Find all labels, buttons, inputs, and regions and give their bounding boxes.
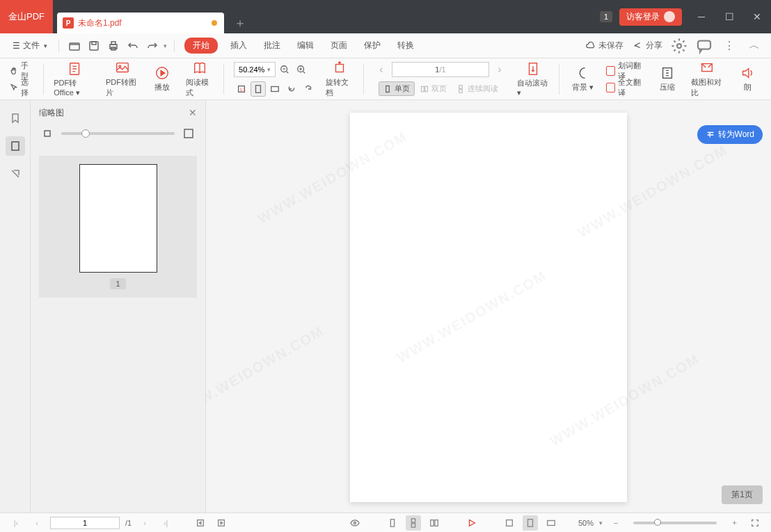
- slideshow-icon[interactable]: [464, 515, 479, 531]
- next-page-icon[interactable]: ›: [492, 62, 507, 77]
- word-translate-icon: [606, 66, 614, 76]
- convert-to-word-button[interactable]: 转为Word: [697, 125, 763, 144]
- play-button[interactable]: 播放: [148, 65, 176, 92]
- bookmark-rail-icon[interactable]: [6, 108, 25, 128]
- undo-icon[interactable]: [125, 38, 141, 54]
- login-button[interactable]: 访客登录: [619, 8, 682, 26]
- zoom-select[interactable]: 50.24%: [234, 62, 276, 77]
- rotate-left-icon[interactable]: [284, 81, 299, 97]
- feedback-icon[interactable]: [696, 38, 713, 54]
- auto-scroll-button[interactable]: 自动滚动 ▾: [517, 61, 549, 97]
- tab-page[interactable]: 页面: [324, 37, 354, 54]
- minimize-button[interactable]: ─: [687, 0, 715, 33]
- fit-actual-status-icon[interactable]: [502, 515, 517, 531]
- continuous-button[interactable]: 连续阅读: [452, 81, 502, 96]
- hand-icon: [10, 66, 18, 76]
- pdf-to-image-button[interactable]: PDF转图片: [106, 61, 138, 98]
- page-input[interactable]: 1/1: [392, 62, 489, 77]
- svg-rect-2: [92, 42, 96, 45]
- select-tool[interactable]: 选择: [10, 80, 33, 95]
- jump-forward-icon[interactable]: [214, 515, 229, 531]
- background-button[interactable]: 背景 ▾: [569, 65, 596, 92]
- tab-active[interactable]: 未命名1.pdf: [57, 13, 224, 33]
- screenshot-compare-button[interactable]: 截图和对比: [691, 61, 724, 98]
- last-page-icon[interactable]: ›|: [158, 515, 173, 531]
- maximize-button[interactable]: ☐: [715, 0, 743, 33]
- hand-tool[interactable]: 手型: [10, 63, 33, 79]
- pdf-page[interactable]: [350, 113, 627, 502]
- canvas-area[interactable]: WWW.WEIDOWN.COM WWW.WEIDOWN.COM WWW.WEID…: [206, 100, 771, 513]
- fit-width-icon[interactable]: [267, 81, 283, 97]
- read-mode-button[interactable]: 阅读模式: [186, 61, 214, 98]
- fit-width-status-icon[interactable]: [543, 515, 559, 531]
- double-page-button[interactable]: 双页: [416, 81, 451, 96]
- word-translate-button[interactable]: 划词翻译: [606, 63, 643, 79]
- thumb-large-icon[interactable]: [180, 125, 197, 142]
- status-page-input[interactable]: [50, 517, 120, 529]
- eye-protection-icon[interactable]: [347, 515, 363, 531]
- fit-page-status-icon[interactable]: [523, 515, 538, 531]
- view-double-icon[interactable]: [427, 515, 442, 531]
- print-icon[interactable]: [105, 38, 122, 54]
- thumb-small-icon[interactable]: [39, 125, 56, 142]
- tab-insert[interactable]: 插入: [223, 37, 254, 54]
- view-continuous-icon[interactable]: [406, 515, 421, 531]
- speaker-icon: [740, 65, 755, 81]
- thumbnail-rail-icon[interactable]: [6, 136, 25, 156]
- cursor-icon: [10, 83, 18, 92]
- save-status[interactable]: 未保存: [586, 40, 623, 51]
- prev-page-icon[interactable]: ‹: [374, 62, 389, 77]
- zoom-in-icon[interactable]: [294, 62, 309, 77]
- save-icon[interactable]: [86, 38, 102, 54]
- tab-annotate[interactable]: 批注: [257, 37, 287, 54]
- file-menu[interactable]: 文件: [8, 37, 51, 54]
- notification-badge[interactable]: 1: [600, 11, 612, 22]
- single-page-button[interactable]: 单页: [379, 81, 415, 96]
- tab-convert[interactable]: 转换: [390, 37, 421, 54]
- compress-button[interactable]: 压缩: [653, 65, 681, 92]
- more-icon[interactable]: ⋮: [721, 38, 738, 54]
- share-button[interactable]: 分享: [633, 40, 662, 51]
- open-file-icon[interactable]: [66, 38, 83, 54]
- single-page-icon: [383, 85, 392, 93]
- fullscreen-icon[interactable]: [747, 515, 763, 531]
- fit-page-icon[interactable]: [251, 81, 266, 97]
- annotation-rail-icon[interactable]: [6, 164, 25, 184]
- first-page-icon[interactable]: |‹: [8, 515, 24, 531]
- thumbnail-size-slider[interactable]: [61, 132, 175, 135]
- next-page-status-icon[interactable]: ›: [137, 515, 152, 531]
- redo-icon[interactable]: [144, 38, 161, 54]
- pdf-file-icon: [63, 17, 74, 29]
- svg-rect-28: [45, 131, 50, 136]
- zoom-in-status-icon[interactable]: ＋: [726, 515, 742, 531]
- svg-rect-4: [111, 42, 116, 45]
- status-page-total: /1: [125, 519, 132, 527]
- zoom-out-icon[interactable]: [277, 62, 292, 77]
- view-single-icon[interactable]: [385, 515, 400, 531]
- book-icon: [192, 61, 207, 76]
- settings-icon[interactable]: [671, 38, 687, 54]
- tab-edit[interactable]: 编辑: [290, 37, 321, 54]
- pdf-to-office-icon: [67, 61, 83, 76]
- close-panel-icon[interactable]: ✕: [189, 107, 197, 118]
- full-translate-button[interactable]: 全文翻译: [606, 80, 643, 95]
- rotate-doc-button[interactable]: 旋转文档: [326, 61, 353, 98]
- read-aloud-button[interactable]: 朗: [733, 65, 761, 92]
- zoom-out-status-icon[interactable]: −: [608, 515, 623, 531]
- collapse-ribbon-icon[interactable]: ︿: [746, 38, 763, 54]
- prev-page-status-icon[interactable]: ‹: [29, 515, 45, 531]
- pdf-to-office-button[interactable]: PDF转Office ▾: [54, 61, 96, 97]
- svg-rect-23: [459, 89, 463, 92]
- login-label: 访客登录: [626, 11, 660, 23]
- close-button[interactable]: ✕: [743, 0, 771, 33]
- watermark: WWW.WEIDOWN.COM: [206, 323, 327, 421]
- thumbnail-page-1[interactable]: [79, 164, 157, 273]
- tab-start[interactable]: 开始: [184, 38, 218, 54]
- tab-protect[interactable]: 保护: [357, 37, 388, 54]
- svg-text:1:1: 1:1: [239, 86, 246, 91]
- zoom-slider[interactable]: [633, 522, 717, 524]
- rotate-right-icon[interactable]: [301, 81, 316, 97]
- new-tab-button[interactable]: ＋: [230, 13, 251, 33]
- fit-actual-icon[interactable]: 1:1: [234, 81, 249, 97]
- jump-back-icon[interactable]: [193, 515, 208, 531]
